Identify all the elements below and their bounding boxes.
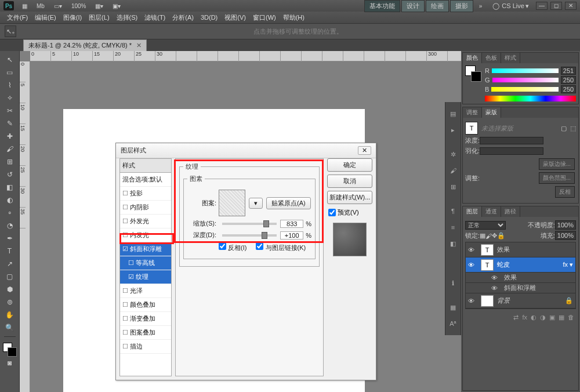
b-value[interactable]: 250 — [561, 85, 576, 93]
stamp-tool[interactable]: ⊞ — [3, 156, 17, 168]
fx-header-row[interactable]: 👁效果 — [466, 273, 575, 283]
delete-layer-icon[interactable]: 🗑 — [568, 314, 574, 321]
current-tool-icon[interactable]: ↖₊ — [5, 26, 16, 37]
titlebar-view-icon[interactable]: ▭▾ — [52, 2, 64, 10]
layer-row-0[interactable]: 👁 T 效果 — [466, 242, 575, 257]
titlebar-screen-icon[interactable]: ▣▾ — [110, 2, 123, 10]
move-tool[interactable]: ↖ — [3, 54, 17, 66]
swatches-tab[interactable]: 色板 — [482, 53, 501, 63]
menu-image[interactable]: 图像(I) — [63, 13, 82, 22]
menu-select[interactable]: 选择(S) — [117, 13, 138, 22]
brush-settings-icon[interactable]: 🖌 — [447, 165, 459, 176]
mask-edge-button[interactable]: 蒙版边缘... — [539, 158, 575, 170]
color-swatch[interactable] — [3, 343, 17, 357]
lock-transparent-icon[interactable]: ▦ — [480, 232, 485, 239]
new-style-button[interactable]: 新建样式(W)... — [327, 191, 372, 204]
shape-tool[interactable]: ▢ — [3, 271, 17, 282]
link-layer-checkbox[interactable] — [256, 242, 263, 250]
brush-tool[interactable]: 🖌 — [3, 143, 17, 155]
style-inner-glow[interactable]: 内发光 — [120, 228, 171, 242]
mask-icon[interactable]: ◐ — [531, 314, 536, 321]
r-value[interactable]: 251 — [561, 67, 576, 75]
lock-all-icon[interactable]: 🔒 — [497, 232, 505, 239]
dialog-titlebar[interactable]: 图层样式 ✕ — [116, 143, 376, 158]
styles-icon[interactable]: ◧ — [447, 238, 459, 249]
vector-mask-icon[interactable]: ⬚ — [570, 125, 576, 132]
actions-icon[interactable]: ▸ — [447, 124, 459, 136]
paths-tab[interactable]: 路径 — [501, 206, 520, 217]
path-select-tool[interactable]: ↗ — [3, 258, 17, 270]
menu-help[interactable]: 帮助(H) — [283, 13, 304, 22]
style-inner-shadow[interactable]: 内阴影 — [120, 201, 171, 215]
depth-value[interactable]: +100 — [280, 231, 303, 239]
depth-slider[interactable] — [222, 234, 277, 237]
preview-checkbox[interactable] — [328, 209, 336, 216]
minimize-button[interactable]: — — [536, 2, 548, 10]
quickmask-tool[interactable]: ◙ — [3, 357, 17, 369]
workspace-photo[interactable]: 摄影 — [450, 0, 473, 12]
blend-options-row[interactable]: 混合选项:默认 — [120, 173, 171, 187]
close-button[interactable]: ✕ — [565, 2, 577, 10]
menu-view[interactable]: 视图(V) — [224, 13, 246, 22]
type-tool[interactable]: T — [3, 245, 17, 257]
menu-filter[interactable]: 滤镜(T) — [144, 13, 165, 22]
brush-presets-icon[interactable]: ✲ — [447, 148, 459, 160]
color-fgbg-swatch[interactable] — [465, 66, 481, 82]
3d-cam-tool[interactable]: ⊚ — [3, 296, 17, 308]
style-texture[interactable]: 纹理 — [120, 270, 171, 284]
style-outer-glow[interactable]: 外发光 — [120, 215, 171, 228]
wand-tool[interactable]: ✧ — [3, 92, 17, 104]
layer-row-bg[interactable]: 👁 背景 🔒 — [466, 293, 575, 308]
menu-layer[interactable]: 图层(L) — [89, 13, 109, 22]
style-pattern-overlay[interactable]: 图案叠加 — [120, 326, 171, 340]
layers-tab[interactable]: 图层 — [463, 206, 482, 217]
invert-checkbox[interactable] — [219, 242, 226, 250]
style-gradient-overlay[interactable]: 渐变叠加 — [120, 312, 171, 326]
3d-tool[interactable]: ⬢ — [3, 284, 17, 295]
crop-tool[interactable]: ✂ — [3, 105, 17, 117]
history-brush-tool[interactable]: ↺ — [3, 169, 17, 180]
fx-icon[interactable]: fx — [522, 314, 527, 321]
lock-paint-icon[interactable]: 🖌 — [485, 233, 492, 239]
menu-analysis[interactable]: 分析(A) — [172, 13, 194, 22]
menu-file[interactable]: 文件(F) — [7, 13, 28, 22]
history-icon[interactable]: ▤ — [447, 108, 459, 119]
heal-tool[interactable]: ✚ — [3, 130, 17, 142]
eyedropper-tool[interactable]: ✎ — [3, 118, 17, 129]
menu-edit[interactable]: 编辑(E) — [35, 13, 56, 22]
layer-row-1[interactable]: 👁 T 蛇皮 fx ▾ — [466, 257, 575, 273]
clone-source-icon[interactable]: ⊞ — [447, 181, 459, 193]
scale-value[interactable]: 833 — [280, 220, 303, 228]
styles-tab[interactable]: 样式 — [501, 53, 520, 63]
snap-origin-button[interactable]: 贴紧原点(A) — [266, 197, 311, 209]
swatches-icon[interactable]: ▦ — [447, 302, 459, 313]
channels-tab[interactable]: 通道 — [482, 206, 501, 217]
g-slider[interactable] — [492, 78, 559, 82]
titlebar-mb-icon[interactable]: Mb — [34, 2, 47, 10]
group-icon[interactable]: ▣ — [549, 314, 555, 321]
char-icon[interactable]: ¶ — [447, 205, 459, 217]
document-tab-close[interactable]: ✕ — [136, 42, 142, 49]
marquee-tool[interactable]: ▭ — [3, 67, 17, 78]
color-range-button[interactable]: 颜色范围... — [539, 172, 575, 184]
titlebar-zoom[interactable]: 100% — [69, 2, 89, 10]
scale-slider[interactable] — [222, 223, 277, 225]
hue-strip[interactable] — [485, 96, 576, 101]
fx-badge[interactable]: fx ▾ — [563, 261, 573, 268]
lock-move-icon[interactable]: ✥ — [492, 232, 497, 239]
blend-mode-select[interactable]: 正常 — [465, 221, 506, 230]
style-color-overlay[interactable]: 颜色叠加 — [120, 298, 171, 312]
style-stroke[interactable]: 描边 — [120, 340, 171, 354]
new-layer-icon[interactable]: ▦ — [559, 314, 564, 321]
pixel-mask-icon[interactable]: ▢ — [561, 125, 567, 132]
link-layers-icon[interactable]: ⇄ — [513, 314, 519, 321]
hand-tool[interactable]: ✋ — [3, 309, 17, 321]
mask-tab[interactable]: 蒙版 — [482, 107, 501, 118]
adjustment-icon[interactable]: ◑ — [540, 314, 546, 321]
cancel-button[interactable]: 取消 — [327, 175, 372, 188]
g-value[interactable]: 250 — [561, 76, 576, 84]
workspace-more[interactable]: » — [477, 2, 485, 10]
fill-field[interactable]: 100% — [555, 231, 576, 240]
dodge-tool[interactable]: ◔ — [3, 220, 17, 231]
lasso-tool[interactable]: ⌇ — [3, 79, 17, 91]
